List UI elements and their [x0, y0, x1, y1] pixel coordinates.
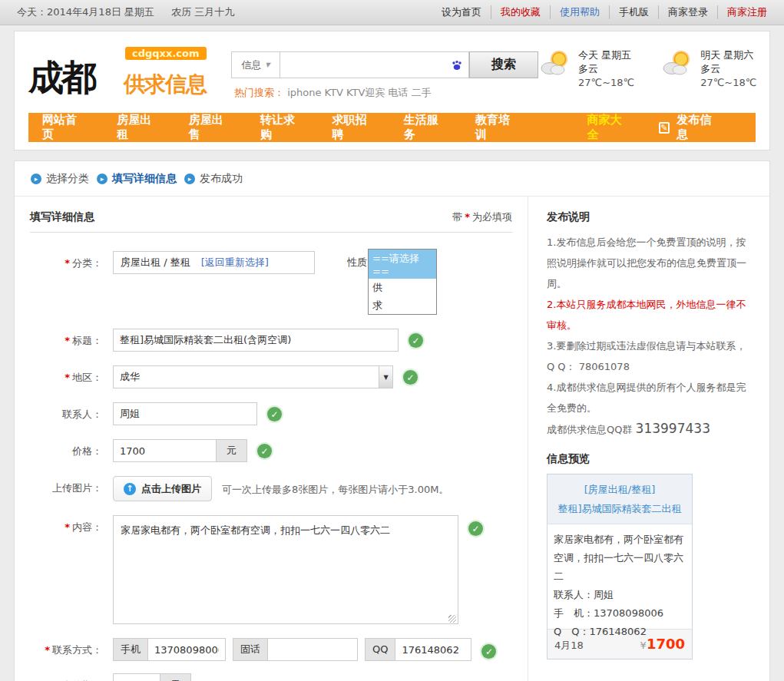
nature-option-supply[interactable]: 供 [369, 279, 436, 296]
preview-title-link[interactable]: 整租]易城国际精装套二出租 [551, 499, 688, 518]
nav-item-house-rent[interactable]: 房屋出租 [117, 113, 160, 142]
upload-label: 上传图片： [30, 476, 113, 495]
logo-domain-badge: cdgqxx.com [125, 47, 207, 60]
nav-item-education[interactable]: 教育培训 [475, 113, 519, 142]
merchant-login-link[interactable]: 商家登录 [658, 5, 717, 19]
valid-check-icon: ✓ [257, 444, 272, 458]
preview-category-link[interactable]: [房屋出租/整租] [551, 480, 688, 499]
weather-condition: 多云 [700, 62, 756, 76]
listing-preview-card: [房屋出租/整租] 整租]易城国际精装套二出租 家居家电都有，两个卧室都有空调，… [547, 474, 693, 660]
validity-label: *有效期： [30, 673, 113, 681]
price-label: 价格： [30, 439, 113, 458]
nature-select-list[interactable]: ==请选择== 供 求 [368, 249, 437, 315]
required-star: * [65, 335, 70, 346]
preview-header: [房屋出租/整租] 整租]易城国际精装套二出租 [547, 474, 692, 524]
dropdown-arrow-icon[interactable]: ▼ [379, 366, 392, 388]
sidebar: 发布说明 1.发布信息后会给您一个免费置顶的说明，按照说明操作就可以把您发布的信… [528, 197, 769, 681]
help-link[interactable]: 使用帮助 [550, 5, 609, 19]
preview-mobile-line: 手 机：13708098006 [554, 604, 686, 623]
breadcrumb-steps: ▸ 选择分类 ▸ 填写详细信息 ▸ 发布成功 [15, 161, 769, 197]
qq-group-number: 313997433 [636, 421, 710, 436]
nav-item-home[interactable]: 网站首页 [42, 113, 86, 142]
region-row: *地区： 成华 ▼ ✓ [30, 365, 512, 388]
contact-person-input[interactable] [113, 402, 257, 425]
qq-input[interactable] [395, 638, 471, 661]
nav-item-transfer[interactable]: 转让求购 [260, 113, 304, 142]
price-row: 价格： 元 ✓ [30, 439, 512, 462]
valid-check-icon: ✓ [267, 407, 282, 421]
category-value: 房屋出租 / 整租 [121, 256, 190, 268]
upload-row: 上传图片： ↑ 点击上传图片 可一次上传最多8张图片，每张图片请小于3.00M。 [30, 476, 512, 501]
nav-publish-link[interactable]: ✎ 发布信息 [659, 113, 720, 142]
content-row: *内容： 家居家电都有，两个卧室都有空调，扣扣一七六一四八零六二 ✓ [30, 515, 512, 627]
validity-unit: 天 [160, 673, 191, 681]
search-category-dropdown[interactable]: 信息 ▼ [231, 51, 280, 78]
weather-condition: 多云 [578, 62, 634, 76]
main-nav: 网站首页 房屋出租 房屋出售 转让求购 求职招聘 生活服务 教育培训 商家大全 … [28, 113, 756, 142]
contact-methods-row: *联系方式： 手机 固话 QQ ✓ [30, 638, 512, 661]
search-input[interactable] [280, 52, 468, 78]
nav-item-merchants[interactable]: 商家大全 [587, 113, 630, 142]
required-note: 带*为必填项 [452, 210, 512, 224]
step-choose-category[interactable]: ▸ 选择分类 [31, 172, 89, 186]
publish-note-3: 3.要删除过期或违法虚假信息请与本站联系， [547, 336, 756, 356]
step-arrow-icon: ▸ [97, 174, 108, 184]
weather-temp: 27℃~18℃ [578, 76, 634, 90]
my-favorites-link[interactable]: 我的收藏 [491, 5, 550, 19]
publish-note-2: 2.本站只服务成都本地网民，外地信息一律不审核。 [547, 294, 756, 336]
preview-title: 信息预览 [547, 452, 756, 466]
price-input[interactable] [113, 439, 217, 462]
currency-symbol: ¥ [640, 640, 647, 651]
content-textarea[interactable]: 家居家电都有，两个卧室都有空调，扣扣一七六一四八零六二 [113, 515, 458, 624]
region-value: 成华 [114, 370, 379, 384]
resize-handle[interactable] [448, 615, 456, 623]
upload-button[interactable]: ↑ 点击上传图片 [113, 476, 212, 501]
step-arrow-icon: ▸ [184, 174, 195, 184]
publish-note-qq: Q Q： 78061078 [547, 356, 756, 377]
phone-input[interactable] [267, 638, 358, 661]
category-row: *分类： 房屋出租 / 整租 [返回重新选择] 性质 ==请选择== 供 求 [30, 251, 512, 315]
hot-search-label: 热门搜索： [234, 87, 284, 98]
preview-price: 1700 [647, 636, 685, 652]
nature-option-placeholder[interactable]: ==请选择== [369, 250, 436, 279]
nav-item-jobs[interactable]: 求职招聘 [332, 113, 375, 142]
step-publish-success: ▸ 发布成功 [184, 172, 243, 186]
reselect-category-link[interactable]: [返回重新选择] [201, 256, 269, 268]
nav-item-house-sale[interactable]: 房屋出售 [189, 113, 233, 142]
validity-input[interactable] [113, 673, 160, 681]
valid-check-icon: ✓ [409, 333, 423, 348]
search-button[interactable]: 搜索 [469, 51, 538, 78]
form-title: 填写详细信息 [30, 210, 94, 224]
region-select[interactable]: 成华 ▼ [113, 365, 393, 388]
weather-widget: 今天 星期五 多云 27℃~18℃ 明天 星期六 多云 [538, 42, 759, 113]
lunar-date-text: 农历 三月十九 [171, 6, 234, 18]
publish-note-4: 4.成都供求信息网提供的所有个人服务都是完全免费的。 [547, 377, 756, 418]
weather-tomorrow: 明天 星期六 多云 27℃~18℃ [660, 48, 756, 113]
price-unit: 元 [217, 439, 247, 462]
hot-search-terms[interactable]: iphone KTV KTV迎宾 电话 二手 [287, 87, 432, 98]
preview-date: 4月18 [554, 639, 584, 653]
title-input[interactable] [113, 329, 399, 352]
search-area: 信息 ▼ 搜索 热门搜索： [231, 42, 538, 113]
mobile-input[interactable] [147, 638, 226, 661]
topbar-links: 设为首页 我的收藏 使用帮助 手机版 商家登录 商家注册 [432, 5, 767, 19]
baidu-paw-icon [451, 59, 463, 71]
main-content: ▸ 选择分类 ▸ 填写详细信息 ▸ 发布成功 填写详细信息 带*为必填项 [14, 160, 770, 681]
site-logo[interactable]: cdgqxx.com 成都 供求信息 [28, 42, 222, 107]
upload-button-label: 点击上传图片 [141, 482, 201, 496]
upload-hint: 可一次上传最多8张图片，每张图片请小于3.00M。 [222, 476, 448, 497]
nav-item-life-services[interactable]: 生活服务 [404, 113, 448, 142]
title-label: *标题： [30, 329, 113, 348]
nature-option-demand[interactable]: 求 [369, 296, 436, 314]
contact-person-row: 联系人： ✓ [30, 402, 512, 425]
date-text: 今天：2014年4月18日 星期五 [17, 6, 154, 18]
nav-publish-label: 发布信息 [676, 113, 720, 142]
merchant-register-link[interactable]: 商家注册 [717, 5, 767, 19]
qq-group-line: 成都供求信息QQ群 313997433 [547, 418, 756, 440]
mobile-version-link[interactable]: 手机版 [609, 5, 658, 19]
set-homepage-link[interactable]: 设为首页 [432, 5, 491, 19]
logo-text-orange: 供求信息 [124, 70, 207, 99]
valid-check-icon: ✓ [468, 521, 483, 536]
step-fill-details: ▸ 填写详细信息 [97, 172, 177, 186]
weather-day: 明天 星期六 [700, 48, 756, 62]
